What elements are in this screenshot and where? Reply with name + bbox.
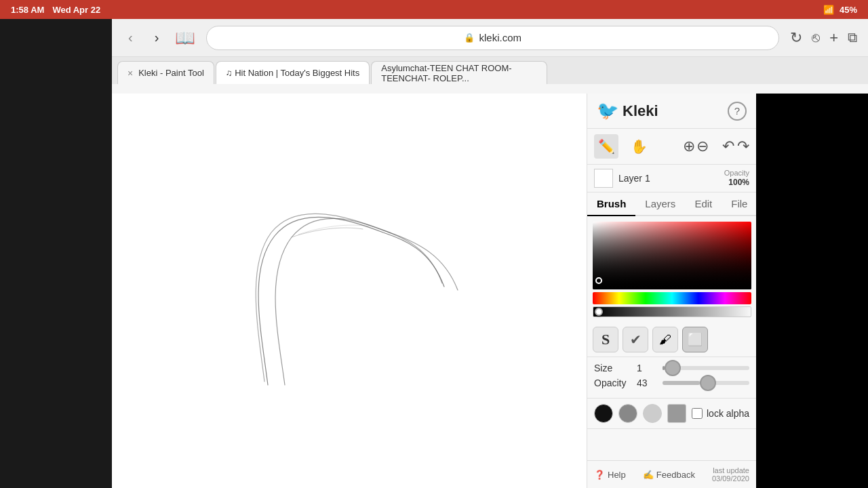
smear-brush-button[interactable]: 🖌 bbox=[652, 327, 678, 352]
size-slider-row: Size 1 bbox=[594, 363, 749, 373]
browser-chrome: ‹ › 📖 🔒 kleki.com ↻ ⎋ + ⧉ × Kleki - Pain… bbox=[112, 19, 868, 94]
layer-row: Layer 1 Opacity 100% bbox=[587, 165, 756, 192]
opacity-slider-row: Opacity 43 bbox=[594, 378, 749, 388]
tab-file[interactable]: File bbox=[722, 192, 757, 216]
kleki-logo: 🐦 Kleki bbox=[597, 100, 658, 121]
light-gray-swatch[interactable] bbox=[643, 404, 662, 423]
color-gradient[interactable] bbox=[593, 222, 751, 289]
browser-actions: ↻ ⎋ + ⧉ bbox=[790, 29, 857, 47]
color-picker-dot[interactable] bbox=[595, 277, 602, 284]
close-icon[interactable]: × bbox=[127, 68, 133, 79]
tab-brush[interactable]: Brush bbox=[587, 192, 635, 216]
last-update-label: last update bbox=[712, 466, 749, 474]
help-button[interactable]: ? bbox=[728, 102, 747, 121]
black-swatch[interactable] bbox=[594, 404, 613, 423]
redo-button[interactable]: ↷ bbox=[737, 138, 749, 155]
tab-label: Asylumchat-TEEN CHAT ROOM- TEENCHAT- ROL… bbox=[381, 63, 537, 83]
undo-button[interactable]: ↶ bbox=[722, 138, 734, 155]
new-tab-button[interactable]: + bbox=[829, 29, 838, 47]
tab-edit[interactable]: Edit bbox=[685, 192, 722, 216]
browser-toolbar: ‹ › 📖 🔒 kleki.com ↻ ⎋ + ⧉ bbox=[112, 19, 868, 57]
right-panel: 🐦 Kleki ? ✏️ ✋ ⊕ ⊖ ↶ ↷ Layer 1 Opacity 1… bbox=[587, 94, 756, 488]
size-label: Size bbox=[594, 363, 631, 373]
swatches-row: lock alpha bbox=[587, 399, 756, 429]
bookmarks-button[interactable]: 📖 bbox=[175, 28, 195, 47]
tab-close-btn[interactable]: × Kleki - Paint Tool bbox=[117, 61, 214, 84]
url-text: kleki.com bbox=[479, 32, 521, 43]
help-link-label: Help bbox=[608, 470, 626, 480]
check-brush-button[interactable]: ✔ bbox=[623, 327, 648, 352]
tab-layers[interactable]: Layers bbox=[635, 192, 685, 216]
opacity-thumb[interactable] bbox=[700, 375, 716, 391]
zoom-out-button[interactable]: ⊖ bbox=[696, 138, 709, 155]
alpha-thumb[interactable] bbox=[595, 308, 603, 316]
tab-label: ♫ Hit Nation | Today's Biggest Hits bbox=[226, 68, 359, 78]
status-bar: 1:58 AM Wed Apr 22 45% bbox=[0, 0, 868, 19]
feedback-link[interactable]: ✍ Feedback bbox=[643, 470, 695, 480]
feedback-link-label: Feedback bbox=[656, 470, 695, 480]
battery-status: 45% bbox=[840, 5, 857, 15]
sliders-area: Size 1 Opacity 43 bbox=[587, 357, 756, 399]
size-value: 1 bbox=[637, 363, 657, 373]
undo-redo-controls: ↶ ↷ bbox=[722, 138, 749, 155]
gray-swatch[interactable] bbox=[618, 404, 637, 423]
last-update-date: 03/09/2020 bbox=[712, 474, 749, 483]
panel-footer: ❓ Help ✍ Feedback last update 03/09/2020 bbox=[587, 460, 756, 488]
drawing-canvas[interactable] bbox=[112, 94, 587, 488]
layer-thumbnail bbox=[594, 169, 613, 188]
color-picker-area bbox=[587, 216, 756, 323]
tab-3[interactable]: Asylumchat-TEEN CHAT ROOM- TEENCHAT- ROL… bbox=[371, 61, 547, 84]
zoom-controls: ⊕ ⊖ bbox=[683, 138, 709, 155]
opacity-slider-value: 43 bbox=[637, 378, 657, 388]
back-button[interactable]: ‹ bbox=[123, 27, 138, 48]
opacity-slider-label: Opacity bbox=[594, 378, 631, 388]
logo-text: Kleki bbox=[623, 102, 658, 120]
kleki-bird-icon: 🐦 bbox=[597, 100, 618, 121]
help-link[interactable]: ❓ Help bbox=[594, 470, 626, 480]
lock-alpha-label[interactable]: lock alpha bbox=[707, 408, 749, 419]
brush-tools-row: S ✔ 🖌 ⬜ bbox=[587, 323, 756, 357]
share-button[interactable]: ⎋ bbox=[812, 30, 820, 45]
tab-active[interactable]: ♫ Hit Nation | Today's Biggest Hits bbox=[216, 61, 370, 84]
wifi-icon bbox=[823, 5, 834, 15]
lock-icon: 🔒 bbox=[464, 33, 475, 43]
forward-button[interactable]: › bbox=[149, 27, 165, 48]
status-time: 1:58 AM bbox=[11, 5, 44, 15]
size-thumb[interactable] bbox=[665, 360, 681, 376]
lock-alpha-row: lock alpha bbox=[692, 407, 749, 420]
medium-swatch[interactable] bbox=[667, 404, 686, 423]
panel-tabs: Brush Layers Edit File bbox=[587, 192, 756, 216]
last-update: last update 03/09/2020 bbox=[712, 466, 749, 483]
tab-label: Kleki - Paint Tool bbox=[138, 68, 204, 78]
address-bar[interactable]: 🔒 kleki.com bbox=[206, 26, 779, 50]
layer-name: Layer 1 bbox=[618, 173, 719, 184]
feedback-icon: ✍ bbox=[643, 470, 654, 480]
status-date: Wed Apr 22 bbox=[52, 5, 100, 15]
left-sidebar bbox=[0, 19, 112, 488]
stroke-brush-button[interactable]: S bbox=[593, 327, 618, 352]
hue-strip[interactable] bbox=[593, 292, 751, 304]
help-circle-icon: ❓ bbox=[594, 470, 605, 480]
tool-icons-row: ✏️ ✋ ⊕ ⊖ ↶ ↷ bbox=[587, 129, 756, 165]
tabs-button[interactable]: ⧉ bbox=[848, 30, 857, 45]
lock-alpha-checkbox[interactable] bbox=[692, 408, 703, 419]
hand-tool-button[interactable]: ✋ bbox=[627, 134, 651, 159]
reload-button[interactable]: ↻ bbox=[790, 29, 802, 47]
brush-tool-button[interactable]: ✏️ bbox=[594, 134, 618, 159]
size-slider[interactable] bbox=[663, 366, 749, 370]
zoom-in-button[interactable]: ⊕ bbox=[683, 138, 695, 155]
tabs-row: × Kleki - Paint Tool ♫ Hit Nation | Toda… bbox=[112, 57, 868, 84]
canvas-area[interactable] bbox=[112, 94, 587, 488]
opacity-slider[interactable] bbox=[663, 381, 749, 385]
logo-bar: 🐦 Kleki ? bbox=[587, 94, 756, 129]
alpha-strip[interactable] bbox=[593, 306, 751, 317]
panel-spacer bbox=[587, 429, 756, 460]
eraser-brush-button[interactable]: ⬜ bbox=[682, 327, 708, 352]
opacity-display: Opacity 100% bbox=[724, 169, 749, 188]
